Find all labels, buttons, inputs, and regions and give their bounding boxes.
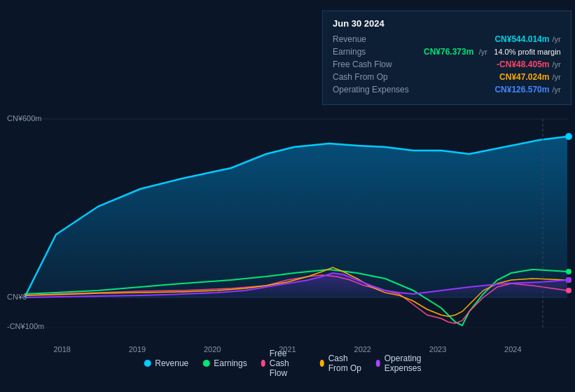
tooltip-value-earnings: CN¥76.373m <box>424 47 473 57</box>
tooltip-value-fcf: -CN¥48.405m <box>497 59 549 69</box>
legend-item-earnings[interactable]: Earnings <box>202 358 247 368</box>
tooltip-row-opex: Operating Expenses CN¥126.570m/yr <box>333 85 561 94</box>
earnings-endpoint <box>566 269 571 274</box>
opex-endpoint <box>566 277 571 283</box>
tooltip-value-opex: CN¥126.570m <box>494 85 549 94</box>
chart-container: CN¥600m CN¥0 -CN¥100m 2018 2019 2020 202… <box>0 0 575 392</box>
legend-label-fcf: Free Cash Flow <box>270 349 306 378</box>
x-label-2023: 2023 <box>429 345 446 354</box>
x-label-2018: 2018 <box>53 345 70 354</box>
legend-dot-revenue <box>144 360 151 367</box>
tooltip-date: Jun 30 2024 <box>333 18 561 29</box>
legend-label-opex: Operating Expenses <box>385 354 431 373</box>
tooltip-label-opex: Operating Expenses <box>333 85 424 94</box>
tooltip-row-fcf: Free Cash Flow -CN¥48.405m/yr <box>333 59 561 69</box>
legend-dot-opex <box>376 360 380 367</box>
legend-item-cashfromop[interactable]: Cash From Op <box>320 354 362 373</box>
legend-item-opex[interactable]: Operating Expenses <box>376 354 431 373</box>
legend-item-fcf[interactable]: Free Cash Flow <box>261 349 306 378</box>
fcf-endpoint <box>566 288 571 293</box>
chart-legend: Revenue Earnings Free Cash Flow Cash Fro… <box>144 349 431 378</box>
tooltip-label-revenue: Revenue <box>333 34 424 44</box>
tooltip-row-cashfromop: Cash From Op CN¥47.024m/yr <box>333 72 561 82</box>
tooltip-label-cashfromop: Cash From Op <box>333 72 424 82</box>
x-label-2024: 2024 <box>504 345 521 354</box>
tooltip-unit-revenue: /yr <box>552 35 560 43</box>
legend-dot-cashfromop <box>320 360 324 367</box>
tooltip-unit-opex: /yr <box>552 85 560 94</box>
tooltip-label-earnings: Earnings <box>333 47 424 57</box>
y-label-0: CN¥0 <box>7 293 27 301</box>
profit-margin: 14.0% profit margin <box>494 48 560 56</box>
tooltip-value-cashfromop: CN¥47.024m <box>499 72 549 82</box>
y-label-n100: -CN¥100m <box>7 322 44 330</box>
legend-dot-earnings <box>202 360 209 367</box>
tooltip-row-earnings: Earnings CN¥76.373m /yr 14.0% profit mar… <box>333 47 561 57</box>
legend-item-revenue[interactable]: Revenue <box>144 358 188 368</box>
legend-label-cashfromop: Cash From Op <box>328 354 362 373</box>
tooltip-unit-cashfromop: /yr <box>552 73 560 81</box>
tooltip-row-revenue: Revenue CN¥544.014m/yr <box>333 34 561 44</box>
revenue-endpoint <box>565 133 572 140</box>
tooltip-unit-earnings: /yr <box>479 48 487 56</box>
y-label-600: CN¥600m <box>7 114 42 122</box>
tooltip-value-revenue: CN¥544.014m <box>494 34 549 44</box>
legend-label-earnings: Earnings <box>214 358 247 368</box>
tooltip-box: Jun 30 2024 Revenue CN¥544.014m/yr Earni… <box>322 10 571 105</box>
legend-dot-fcf <box>261 360 265 367</box>
tooltip-unit-fcf: /yr <box>552 60 560 69</box>
tooltip-label-fcf: Free Cash Flow <box>333 59 424 69</box>
legend-label-revenue: Revenue <box>155 358 188 368</box>
